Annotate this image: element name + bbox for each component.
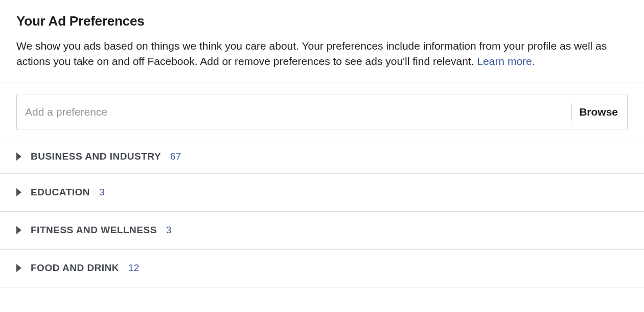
category-label: FITNESS AND WELLNESS: [31, 225, 157, 236]
ad-preferences-container: Your Ad Preferences We show you ads base…: [0, 0, 644, 287]
category-row-fitness[interactable]: FITNESS AND WELLNESS 3: [0, 212, 644, 250]
category-row-business[interactable]: BUSINESS AND INDUSTRY 67: [0, 142, 644, 174]
header-section: Your Ad Preferences We show you ads base…: [0, 0, 644, 82]
category-row-education[interactable]: EDUCATION 3: [0, 174, 644, 212]
page-title: Your Ad Preferences: [16, 13, 628, 29]
description-text: We show you ads based on things we think…: [16, 38, 628, 70]
category-label: EDUCATION: [31, 187, 90, 198]
chevron-right-icon: [16, 226, 21, 234]
category-count: 3: [99, 187, 105, 198]
category-list: BUSINESS AND INDUSTRY 67 EDUCATION 3 FIT…: [0, 142, 644, 287]
category-count: 67: [170, 151, 181, 162]
add-preference-input[interactable]: [17, 95, 571, 129]
chevron-right-icon: [16, 264, 21, 272]
chevron-right-icon: [16, 188, 21, 196]
learn-more-link[interactable]: Learn more.: [477, 55, 535, 67]
chevron-right-icon: [16, 152, 21, 161]
search-section: Browse: [0, 82, 644, 142]
category-label: FOOD AND DRINK: [31, 262, 119, 274]
category-row-food[interactable]: FOOD AND DRINK 12: [0, 250, 644, 287]
category-label: BUSINESS AND INDUSTRY: [31, 151, 161, 162]
browse-button[interactable]: Browse: [579, 106, 627, 118]
category-count: 12: [128, 262, 139, 274]
search-box: Browse: [16, 95, 628, 129]
category-count: 3: [166, 225, 172, 236]
vertical-divider: [571, 103, 572, 121]
